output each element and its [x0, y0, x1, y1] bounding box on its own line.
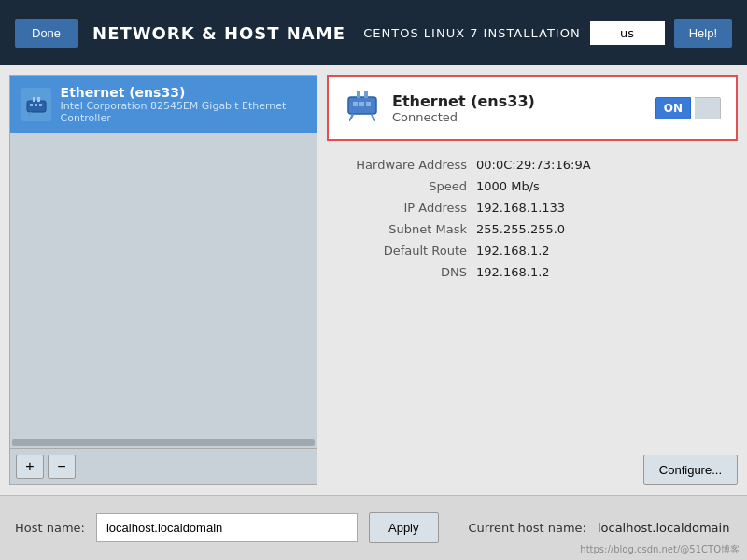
- hostname-input[interactable]: [96, 513, 358, 542]
- subnet-mask-row: Subnet Mask 255.255.255.0: [327, 222, 738, 236]
- subnet-mask-value: 255.255.255.0: [476, 222, 565, 236]
- help-button[interactable]: Help!: [674, 19, 732, 48]
- adapter-info: Ethernet (ens33) Intel Corporation 82545…: [61, 85, 305, 124]
- adapter-scrollbar[interactable]: [12, 439, 315, 446]
- svg-rect-5: [37, 97, 40, 102]
- hardware-address-label: Hardware Address: [327, 158, 476, 172]
- page-title: NETWORK & HOST NAME: [92, 23, 345, 43]
- ip-address-row: IP Address 192.168.1.133: [327, 201, 738, 215]
- dns-label: DNS: [327, 265, 476, 279]
- centos-title: CENTOS LINUX 7 INSTALLATION: [363, 26, 580, 40]
- hardware-address-value: 00:0C:29:73:16:9A: [476, 158, 591, 172]
- adapter-header-name: Ethernet (ens33): [392, 92, 644, 110]
- remove-adapter-button[interactable]: −: [48, 455, 76, 479]
- svg-rect-11: [364, 91, 368, 98]
- current-hostname-label: Current host name:: [469, 521, 586, 535]
- add-adapter-button[interactable]: +: [16, 455, 44, 479]
- configure-btn-row: Configure...: [327, 436, 738, 485]
- dns-value: 192.168.1.2: [476, 265, 550, 279]
- adapter-header: Ethernet (ens33) Connected ON: [327, 75, 738, 141]
- svg-rect-10: [357, 91, 360, 98]
- speed-value: 1000 Mb/s: [476, 179, 540, 193]
- svg-rect-2: [35, 104, 37, 106]
- toggle-on-label: ON: [655, 97, 691, 119]
- bottom-bar: Host name: Apply Current host name: loca…: [0, 495, 747, 560]
- default-route-label: Default Route: [327, 244, 476, 258]
- toggle-switch[interactable]: ON: [655, 97, 721, 119]
- adapter-list-buttons: + −: [10, 448, 317, 484]
- dns-row: DNS 192.168.1.2: [327, 265, 738, 279]
- default-route-row: Default Route 192.168.1.2: [327, 244, 738, 258]
- adapter-name: Ethernet (ens33): [61, 85, 305, 100]
- adapter-desc: Intel Corporation 82545EM Gigabit Ethern…: [61, 100, 305, 124]
- main-content: Ethernet (ens33) Intel Corporation 82545…: [0, 65, 747, 495]
- hardware-address-row: Hardware Address 00:0C:29:73:16:9A: [327, 158, 738, 172]
- subnet-mask-label: Subnet Mask: [327, 222, 476, 236]
- svg-rect-7: [353, 102, 358, 106]
- adapter-header-info: Ethernet (ens33) Connected: [392, 92, 644, 124]
- svg-rect-9: [366, 102, 371, 106]
- info-table: Hardware Address 00:0C:29:73:16:9A Speed…: [327, 150, 738, 294]
- default-route-value: 192.168.1.2: [476, 244, 550, 258]
- configure-button[interactable]: Configure...: [643, 455, 738, 485]
- adapter-list-spacer: [10, 133, 317, 437]
- apply-button[interactable]: Apply: [369, 512, 439, 543]
- adapter-item[interactable]: Ethernet (ens33) Intel Corporation 82545…: [10, 76, 317, 133]
- hostname-label: Host name:: [15, 521, 85, 535]
- header-right: CENTOS LINUX 7 INSTALLATION ⌨ us Help!: [363, 19, 732, 48]
- speed-label: Speed: [327, 179, 476, 193]
- ethernet-large-icon: [344, 86, 381, 130]
- speed-row: Speed 1000 Mb/s: [327, 179, 738, 193]
- svg-rect-4: [33, 97, 35, 102]
- adapter-details: Ethernet (ens33) Connected ON Hardware A…: [327, 75, 738, 485]
- header-left: Done NETWORK & HOST NAME: [15, 19, 345, 48]
- locale-selector[interactable]: ⌨ us: [590, 21, 665, 45]
- locale-value: us: [620, 26, 634, 40]
- svg-rect-3: [39, 104, 42, 106]
- toggle-off-area: [695, 97, 721, 119]
- svg-rect-8: [359, 102, 364, 106]
- adapter-header-status: Connected: [392, 110, 644, 124]
- current-hostname-value: localhost.localdomain: [598, 521, 729, 535]
- done-button[interactable]: Done: [15, 19, 78, 48]
- header: Done NETWORK & HOST NAME CENTOS LINUX 7 …: [0, 0, 747, 65]
- ip-address-value: 192.168.1.133: [476, 201, 565, 215]
- ethernet-icon: [21, 88, 51, 121]
- keyboard-icon: ⌨: [599, 26, 615, 39]
- ip-address-label: IP Address: [327, 201, 476, 215]
- svg-rect-1: [30, 104, 33, 106]
- adapter-list: Ethernet (ens33) Intel Corporation 82545…: [9, 75, 317, 485]
